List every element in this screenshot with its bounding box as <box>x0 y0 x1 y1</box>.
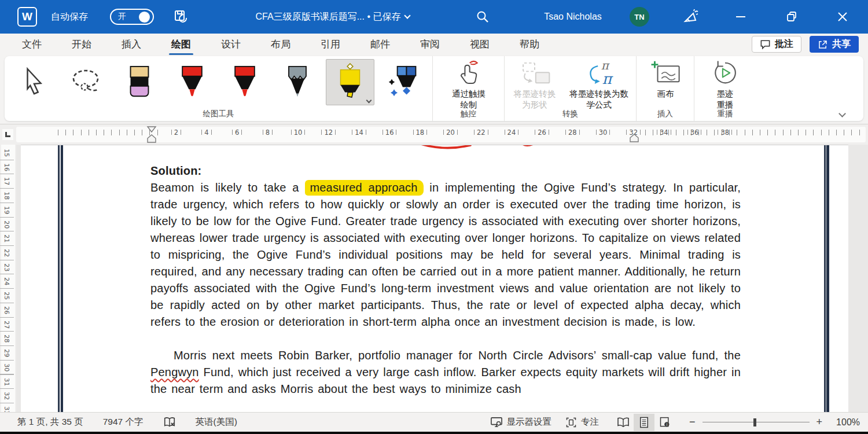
tab-insert[interactable]: 插入 <box>106 34 156 55</box>
ribbon-tab-bar: 文件 开始 插入 绘图 设计 布局 引用 邮件 审阅 视图 帮助 批注 共享 <box>0 34 868 55</box>
comments-button[interactable]: 批注 <box>752 36 801 53</box>
page-info[interactable]: 第 1 页, 共 35 页 <box>17 416 83 428</box>
ruler-number: 16 <box>374 124 405 140</box>
tab-references[interactable]: 引用 <box>306 34 355 55</box>
zoom-control: − + <box>689 416 822 428</box>
highlighter-button[interactable] <box>326 59 374 105</box>
share-button[interactable]: 共享 <box>810 36 859 53</box>
ruler-number: 19 <box>0 203 14 217</box>
whats-new-icon[interactable] <box>683 0 699 34</box>
title-dropdown-chevron-icon <box>404 12 411 19</box>
ruler-number: 23 <box>0 260 14 274</box>
tab-draw[interactable]: 绘图 <box>156 34 206 55</box>
group-drawing-tools: 绘图工具 <box>5 56 433 121</box>
close-button[interactable] <box>832 0 853 34</box>
replay-group-label: 重播 <box>694 109 756 119</box>
ruler-number: 12 <box>313 124 344 140</box>
tab-home[interactable]: 开始 <box>57 34 106 55</box>
ruler-number: 8 <box>252 124 283 140</box>
minimize-button[interactable] <box>730 0 751 34</box>
title-bar: W 自动保存 开 CFA三级原版书课后题写... • 已保存 Tsao Nich… <box>0 0 868 34</box>
ruler-numbers: 2468101214161820222426283032343638 <box>161 124 740 140</box>
ink-replay-button[interactable]: 墨迹重播 <box>713 58 737 111</box>
ruler-number: 15 <box>0 146 14 160</box>
ink-to-shape-button: 将墨迹转换为形状 <box>512 58 558 111</box>
window-bottom-edge <box>0 432 868 434</box>
spellcheck-word[interactable]: Pengwyn <box>150 366 199 378</box>
zoom-slider-thumb[interactable] <box>753 418 756 426</box>
galaxy-pen-icon <box>387 65 419 99</box>
zoom-in-button[interactable]: + <box>816 416 823 428</box>
draw-with-touch-button[interactable]: 通过触摸绘制 <box>448 58 490 111</box>
tab-review[interactable]: 审阅 <box>405 34 455 55</box>
web-layout-button[interactable]: i <box>654 414 675 431</box>
tab-mailings[interactable]: 邮件 <box>355 34 405 55</box>
ruler-number: 28 <box>557 124 588 140</box>
document-area[interactable]: Solution: Beamon is likely to take a mea… <box>16 145 868 412</box>
tab-design[interactable]: 设计 <box>206 34 256 55</box>
user-name[interactable]: Tsao Nicholas <box>524 0 622 34</box>
lasso-select-button[interactable] <box>62 59 111 105</box>
read-mode-button[interactable] <box>613 414 634 431</box>
ink-replay-icon <box>712 58 738 86</box>
solution-heading[interactable]: Solution: <box>150 163 741 179</box>
tab-layout[interactable]: 布局 <box>256 34 306 55</box>
restore-button[interactable] <box>781 0 802 34</box>
autosave-toggle[interactable]: 开 <box>110 9 154 25</box>
avatar[interactable]: TN <box>630 7 649 27</box>
vertical-ruler-numbers: 15161718192021222324252627282930313233 <box>0 146 14 418</box>
convert-group-label: 转换 <box>505 109 636 119</box>
ruler-number: 10 <box>283 124 314 140</box>
ruler-number: 34 <box>649 124 679 140</box>
ink-to-math-icon: ππ <box>582 58 616 86</box>
display-settings-button[interactable]: 显示器设置 <box>490 416 552 428</box>
tab-stop-selector[interactable] <box>2 129 13 140</box>
eraser-button[interactable] <box>115 59 164 105</box>
tab-view[interactable]: 视图 <box>455 34 505 55</box>
word-count[interactable]: 7947 个字 <box>103 416 144 428</box>
focus-icon <box>565 417 577 428</box>
zoom-out-button[interactable]: − <box>689 416 696 428</box>
ruler-number: 25 <box>0 289 14 303</box>
focus-mode-button[interactable]: 专注 <box>565 416 599 428</box>
ink-to-math-button[interactable]: ππ 将墨迹转换为数学公式 <box>568 58 630 111</box>
paragraph-2[interactable]: Morris next meets Robin Barker, portfoli… <box>150 347 741 398</box>
web-layout-icon: i <box>659 417 671 428</box>
ink-to-shape-icon <box>518 58 551 86</box>
zoom-level[interactable]: 100% <box>836 417 860 428</box>
document-text[interactable]: Solution: Beamon is likely to take a mea… <box>150 163 741 398</box>
canvas-button[interactable]: 画布 <box>656 58 675 100</box>
document-page[interactable]: Solution: Beamon is likely to take a mea… <box>21 145 848 412</box>
red-ink-stroke <box>407 145 557 151</box>
indent-markers[interactable] <box>146 126 157 144</box>
pencil-icon <box>285 65 310 99</box>
language-selector[interactable]: 英语(美国) <box>196 416 237 428</box>
ruler-number: 17 <box>0 175 14 189</box>
yellow-ink-highlight[interactable]: measured approach <box>305 180 423 196</box>
pencil-button[interactable] <box>273 59 322 105</box>
zoom-slider[interactable] <box>703 418 810 426</box>
tab-help[interactable]: 帮助 <box>505 34 554 55</box>
search-icon[interactable] <box>476 0 490 34</box>
save-icon[interactable] <box>174 0 189 34</box>
right-indent-marker[interactable] <box>628 133 640 143</box>
effect-pen-button[interactable] <box>378 59 427 105</box>
ruler-number: 30 <box>0 361 14 374</box>
paragraph-1[interactable]: Beamon is likely to take a measured appr… <box>150 179 741 330</box>
eraser-icon <box>127 65 152 99</box>
print-layout-button[interactable] <box>634 414 654 431</box>
pen-red-1-button[interactable] <box>168 59 216 105</box>
proofing-icon[interactable] <box>163 416 176 429</box>
tab-file[interactable]: 文件 <box>7 34 57 55</box>
select-tool-button[interactable] <box>10 59 58 105</box>
ruler-number: 14 <box>344 124 374 140</box>
ruler-number: 28 <box>0 332 14 346</box>
ruler-number: 18 <box>0 189 14 203</box>
collapse-ribbon-chevron-icon[interactable] <box>838 110 846 117</box>
pen-red-2-button[interactable] <box>220 59 269 105</box>
touch-hand-icon <box>455 58 482 86</box>
document-title[interactable]: CFA三级原版书课后题写... • 已保存 <box>214 0 451 34</box>
highlighter-dropdown-chevron-icon[interactable] <box>366 98 372 104</box>
ruler-number: 18 <box>405 124 436 140</box>
comment-icon <box>760 39 771 50</box>
